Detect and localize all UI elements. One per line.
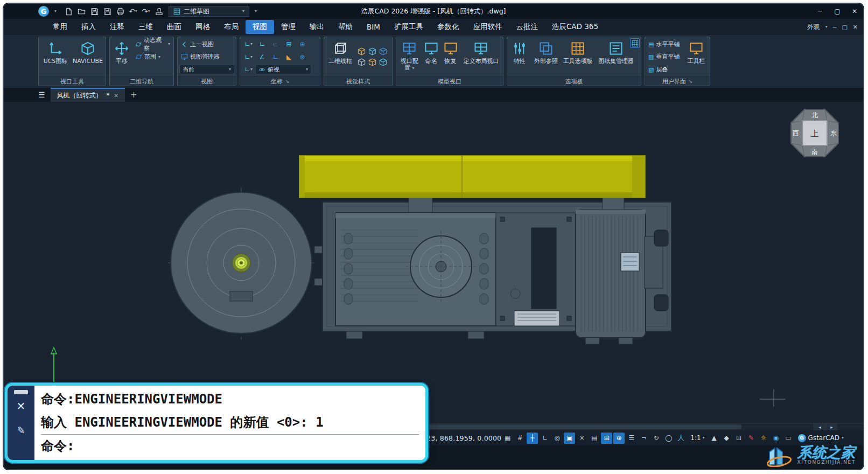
tab-view[interactable]: 视图 [246, 20, 274, 34]
save-as-button[interactable] [101, 5, 114, 17]
transparency-toggle[interactable]: ¬ [638, 433, 649, 444]
allow-drag-ucs-toggle[interactable]: ⊞ [601, 433, 612, 444]
app-logo[interactable]: G [38, 6, 49, 17]
redo-caret-icon[interactable]: ▾ [148, 9, 150, 13]
selection-cycling-toggle[interactable]: ↻ [650, 433, 662, 444]
trace-pen-icon[interactable]: ✎ [746, 433, 757, 444]
ucs-icon-button[interactable]: UCS图标 [40, 38, 71, 75]
redo-button[interactable]: ↷▾ [139, 5, 152, 17]
viewcube-east-face[interactable]: 东 [830, 129, 837, 137]
tab-help[interactable]: 帮助 [331, 20, 360, 34]
minimize-button[interactable]: ─ [811, 4, 829, 19]
annotation-autoscale-toggle[interactable]: ▲ [709, 433, 720, 444]
grid-display-toggle[interactable]: ▦ [502, 433, 513, 444]
command-input-line[interactable]: 命令: [41, 434, 419, 457]
tab-insert[interactable]: 插入 [74, 20, 103, 34]
tab-home[interactable]: 常用 [46, 20, 74, 34]
current-view-dropdown[interactable]: 当前 ▾ [179, 65, 234, 74]
visual-style-cube-icon[interactable] [379, 47, 387, 55]
tab-gstarcad365[interactable]: 浩辰CAD 365 [545, 20, 605, 34]
ucs-world-button[interactable]: ∟▾ [242, 39, 255, 50]
tab-surface[interactable]: 曲面 [160, 20, 188, 34]
coord-tool-button[interactable]: ⊞ [282, 39, 296, 50]
pan-button[interactable]: 平移 [111, 38, 132, 75]
undo-button[interactable]: ↶▾ [127, 5, 139, 17]
visual-style-cube-icon[interactable] [358, 47, 366, 55]
viewcube-north-face[interactable]: 北 [811, 111, 818, 119]
tab-annotate[interactable]: 注释 [103, 20, 131, 34]
view-manager-button[interactable]: 视图管理器 [179, 52, 234, 62]
coord-tool-button[interactable]: ◣ [282, 52, 296, 62]
polar-tracking-toggle[interactable]: ◎ [551, 433, 563, 444]
command-history[interactable]: 命令:ENGINEERINGVIEWMODE 输入 ENGINEERINGVIE… [34, 386, 425, 460]
command-pencil-icon[interactable]: ✎ [17, 426, 25, 436]
object-snap-tracking-toggle[interactable]: ▤ [589, 433, 600, 444]
tab-parametric[interactable]: 参数化 [430, 20, 466, 34]
restore-viewport-button[interactable]: 恢复 [442, 38, 459, 75]
scroll-left-button[interactable]: ◂ [814, 423, 825, 430]
tab-mesh[interactable]: 网格 [188, 20, 217, 34]
coord-tool-button[interactable]: ∟▾ [242, 64, 255, 75]
tab-apps[interactable]: 应用软件 [466, 20, 509, 34]
save-button[interactable] [88, 5, 101, 17]
previous-view-button[interactable]: 上一视图 [179, 39, 234, 49]
tab-menu-icon[interactable]: ☰ [38, 90, 45, 99]
tile-vertically-button[interactable]: ▥ 垂直平铺 [647, 52, 683, 62]
appearance-caret-icon[interactable]: ▾ [825, 25, 828, 29]
coord-tool-button[interactable]: ∟ [255, 39, 269, 50]
cascade-button[interactable]: ▧ 层叠 [647, 65, 683, 74]
visual-style-cube-icon[interactable] [379, 58, 387, 66]
tab-3d[interactable]: 三维 [131, 20, 160, 34]
object-snap-toggle[interactable]: ▣ [564, 433, 575, 444]
visual-style-cube-icon[interactable] [358, 58, 366, 66]
user-interface-expand-icon[interactable]: ↘ [689, 79, 693, 84]
viewcube[interactable]: 北 西 东 南 上 [790, 106, 839, 162]
open-file-button[interactable] [75, 5, 88, 17]
tool-palettes-button[interactable]: 工具选项板 [562, 38, 594, 75]
coord-tool-button[interactable]: ∟ [269, 52, 282, 62]
ortho-mode-toggle[interactable]: ∟ [539, 433, 550, 444]
coordinates-expand-icon[interactable]: ↘ [285, 79, 290, 84]
batch-plot-button[interactable] [152, 5, 165, 17]
appearance-menu[interactable]: 外观 [807, 23, 820, 32]
toolbars-button[interactable]: 工具栏 [684, 38, 708, 75]
coord-tool-button[interactable]: ⊕ [296, 39, 309, 50]
command-window-grip[interactable] [14, 390, 28, 394]
3d-object-snap-toggle[interactable]: × [576, 433, 587, 444]
document-tab-close-icon[interactable]: ✕ [114, 93, 118, 99]
properties-palette-button[interactable]: 特性 [509, 38, 530, 75]
palette-grid-toggle[interactable] [630, 38, 640, 48]
close-button[interactable]: ✕ [846, 4, 863, 19]
dynamic-ucs-toggle[interactable]: ⊕ [613, 433, 625, 444]
snap-mode-toggle[interactable]: # [514, 433, 526, 444]
undo-caret-icon[interactable]: ▾ [135, 9, 137, 13]
coord-tool-button[interactable]: ∠ [255, 52, 269, 62]
tab-output[interactable]: 输出 [303, 20, 331, 34]
workspace-select[interactable]: 二维草图 ▾ [169, 6, 249, 17]
viewport-config-button[interactable]: 视口配置 ▾ [398, 38, 421, 75]
tab-cloud-markup[interactable]: 云批注 [509, 20, 545, 34]
coord-tool-button[interactable]: ⌐ [269, 39, 282, 50]
document-tab[interactable]: 风机（回转式） * ✕ [51, 88, 125, 102]
define-layout-viewport-button[interactable]: 定义布局视口 [461, 38, 501, 75]
tile-horizontally-button[interactable]: ▤ 水平平铺 [647, 39, 683, 49]
lineweight-display-toggle[interactable]: ☰ [626, 433, 637, 444]
doc-minimize-button[interactable]: ─ [833, 24, 837, 31]
command-line-window[interactable]: ✕ ✎ 命令:ENGINEERINGVIEWMODE 输入 ENGINEERIN… [5, 383, 428, 463]
visual-style-cube-icon[interactable] [368, 58, 376, 66]
zoom-extents-button[interactable]: 范围 ▾ [134, 52, 172, 62]
coord-tool-button[interactable]: ∟▾ [242, 52, 255, 62]
scroll-right-button[interactable]: ▸ [825, 423, 837, 430]
app-menu-caret-icon[interactable]: ▾ [54, 9, 57, 13]
online-icon[interactable]: ◉ [771, 433, 782, 444]
coord-tool-button[interactable]: ⊗ [296, 52, 309, 62]
viewcube-south-face[interactable]: 南 [811, 148, 818, 156]
annotation-scale-control[interactable]: 1:1 ▾ [687, 434, 708, 442]
tab-express-tools[interactable]: 扩展工具 [387, 20, 430, 34]
visual-style-cube-icon[interactable] [368, 47, 376, 55]
viewcube-top-face[interactable]: 上 [811, 129, 819, 138]
drawing-canvas[interactable]: 北 西 东 南 上 ◂ ▸ [4, 102, 863, 430]
tab-bim[interactable]: BIM [360, 20, 387, 34]
new-file-button[interactable] [62, 5, 75, 17]
tab-manage[interactable]: 管理 [274, 20, 303, 34]
